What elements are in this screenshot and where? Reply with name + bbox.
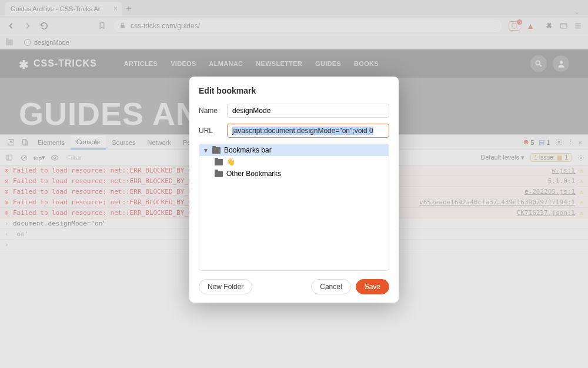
extensions-icon[interactable] [545,22,553,30]
folder-icon [212,147,220,154]
bookmarks-bar-item[interactable]: designMode [24,39,69,46]
browser-tab[interactable]: Guides Archive - CSS-Tricks Ar × [5,2,122,16]
svg-point-2 [560,61,563,64]
nav-link[interactable]: ARTICLES [124,60,158,67]
account-icon[interactable] [553,55,569,72]
inspect-icon[interactable] [4,135,18,150]
wallet-icon[interactable] [559,21,568,30]
svg-point-10 [580,157,582,158]
cancel-button[interactable]: Cancel [311,279,350,294]
new-tab-button[interactable]: + [122,2,135,16]
svg-rect-3 [8,140,14,145]
edit-bookmark-dialog: Edit bookmark Name URL ▼Bookmarks bar 👋 … [189,77,399,303]
nav-link[interactable]: VIDEOS [171,60,196,67]
context-selector[interactable]: top ▾ [34,154,45,161]
folder-icon [215,171,223,177]
svg-rect-7 [6,155,12,160]
address-text: css-tricks.com/guides/ [131,22,200,30]
bookmarks-bar: designMode [0,35,588,49]
kebab-icon[interactable]: ⋮ [567,138,574,146]
tree-row[interactable]: 👋 [199,156,389,168]
eye-icon[interactable] [49,154,60,162]
gear-icon[interactable] [555,138,563,146]
sidebar-toggle-icon[interactable] [4,154,14,161]
globe-icon [24,39,31,46]
nav-link[interactable]: NEWSLETTER [256,60,302,67]
devtools-tab-console[interactable]: Console [71,135,106,150]
bookmarks-bar-folder[interactable] [6,39,16,45]
lock-icon [119,22,126,29]
devtools-tab-sources[interactable]: Sources [106,135,141,150]
site-nav: ARTICLES VIDEOS ALMANAC NEWSLETTER GUIDE… [124,60,379,67]
tree-row[interactable]: Other Bookmarks [199,168,389,180]
site-header: ✱CSS-TRICKS ARTICLES VIDEOS ALMANAC NEWS… [0,49,588,78]
folder-tree: ▼Bookmarks bar 👋 Other Bookmarks [199,144,389,271]
gear-icon[interactable] [577,154,584,161]
dialog-title: Edit bookmark [199,86,389,95]
error-count-badge[interactable]: ⊗5 [523,138,534,146]
brave-icon[interactable]: ▲ [526,21,534,31]
browser-toolbar: css-tricks.com/guides/ 0 ▲ [0,16,588,35]
menu-icon[interactable] [574,22,582,30]
asterisk-icon: ✱ [19,58,29,72]
search-icon[interactable] [530,55,547,72]
svg-point-6 [557,141,559,143]
svg-rect-0 [560,24,567,28]
browser-tabstrip: Guides Archive - CSS-Tricks Ar × + ⌄ [0,0,588,16]
svg-rect-4 [22,140,26,145]
folder-icon [215,159,223,165]
tab-title: Guides Archive - CSS-Tricks Ar [11,5,110,12]
save-button[interactable]: Save [356,279,389,294]
reload-button[interactable] [39,21,49,31]
svg-point-1 [536,61,540,65]
log-levels-dropdown[interactable]: Default levels ▾ [480,154,524,161]
devtools-tab-elements[interactable]: Elements [32,135,71,150]
site-logo[interactable]: ✱CSS-TRICKS [19,57,97,71]
device-icon[interactable] [18,135,32,150]
clear-console-icon[interactable] [19,154,29,161]
close-devtools-icon[interactable]: × [579,139,582,146]
forward-button[interactable] [22,21,33,31]
folder-icon [6,39,13,45]
name-label: Name [199,107,221,115]
tab-overflow-icon[interactable]: ⌄ [574,8,583,16]
tree-row[interactable]: ▼Bookmarks bar [199,144,389,156]
url-label: URL [199,127,221,135]
svg-point-9 [54,157,56,159]
new-folder-button[interactable]: New Folder [199,279,252,294]
address-bar[interactable]: css-tricks.com/guides/ [113,19,503,33]
close-tab-icon[interactable]: × [113,5,118,12]
disclosure-icon[interactable]: ▼ [203,147,209,154]
name-input[interactable] [227,104,389,118]
devtools-tab-network[interactable]: Network [142,135,177,150]
issue-count-badge[interactable]: ▤1 [539,138,550,146]
bookmark-icon[interactable] [96,21,107,31]
issues-pill[interactable]: 1 Issue:▦1 [530,153,572,162]
nav-link[interactable]: BOOKS [354,60,379,67]
shield-icon[interactable]: 0 [509,21,520,31]
url-input[interactable] [227,124,389,138]
back-button[interactable] [6,21,16,31]
nav-link[interactable]: GUIDES [315,60,341,67]
nav-link[interactable]: ALMANAC [209,60,243,67]
